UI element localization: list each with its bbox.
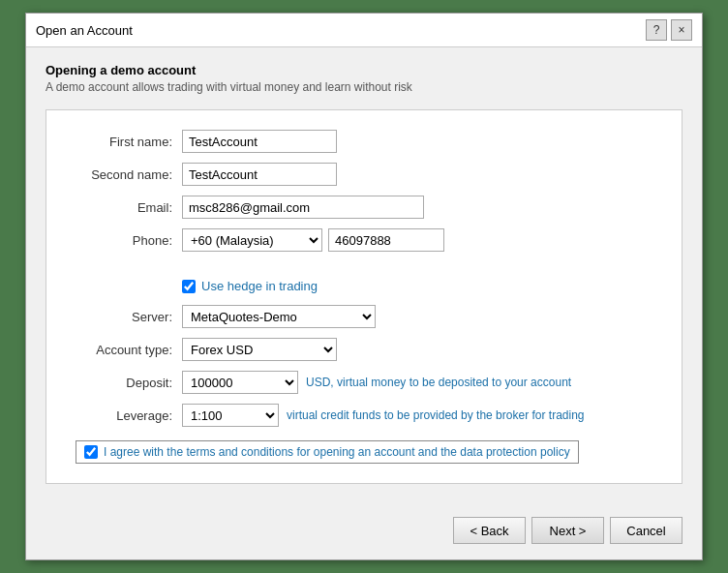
first-name-row: First name: bbox=[76, 130, 652, 153]
hedge-label[interactable]: Use hedge in trading bbox=[201, 279, 318, 293]
dialog-title: Open an Account bbox=[36, 23, 133, 38]
open-account-dialog: Open an Account ? × Opening a demo accou… bbox=[25, 13, 703, 560]
header-section: Opening a demo account A demo account al… bbox=[46, 63, 682, 94]
first-name-label: First name: bbox=[76, 135, 182, 149]
server-label: Server: bbox=[76, 310, 182, 324]
cancel-button[interactable]: Cancel bbox=[610, 517, 682, 544]
button-row: < Back Next > Cancel bbox=[26, 507, 702, 559]
close-button[interactable]: × bbox=[671, 19, 692, 41]
header-subtitle: A demo account allows trading with virtu… bbox=[46, 80, 682, 94]
phone-number-input[interactable] bbox=[328, 228, 444, 252]
header-title: Opening a demo account bbox=[46, 63, 682, 77]
leverage-row: Leverage: 1:100 virtual credit funds to … bbox=[76, 404, 652, 427]
hedge-checkbox[interactable] bbox=[182, 280, 196, 293]
terms-box: I agree with the terms and conditions fo… bbox=[76, 440, 579, 464]
title-bar: Open an Account ? × bbox=[26, 14, 702, 47]
account-type-row: Account type: Forex USD bbox=[76, 338, 652, 361]
form-section: First name: Second name: Email: Phone: +… bbox=[46, 109, 682, 484]
leverage-label: Leverage: bbox=[76, 408, 182, 423]
server-select[interactable]: MetaQuotes-Demo bbox=[182, 305, 376, 328]
terms-text: I agree with the terms and conditions fo… bbox=[104, 445, 570, 459]
terms-checkbox[interactable] bbox=[84, 445, 98, 459]
email-label: Email: bbox=[76, 200, 182, 215]
phone-label: Phone: bbox=[76, 233, 182, 248]
deposit-row: Deposit: 100000 USD, virtual money to be… bbox=[76, 371, 652, 394]
second-name-label: Second name: bbox=[76, 167, 182, 182]
phone-country-select[interactable]: +60 (Malaysia) bbox=[182, 228, 322, 252]
title-bar-right: ? × bbox=[646, 19, 692, 41]
next-button[interactable]: Next > bbox=[531, 517, 604, 544]
server-row: Server: MetaQuotes-Demo bbox=[76, 305, 652, 328]
deposit-info: USD, virtual money to be deposited to yo… bbox=[306, 376, 571, 389]
phone-row: Phone: +60 (Malaysia) bbox=[76, 228, 652, 252]
second-name-row: Second name: bbox=[76, 163, 652, 186]
account-type-label: Account type: bbox=[76, 343, 182, 357]
deposit-select[interactable]: 100000 bbox=[182, 371, 298, 394]
hedge-row: Use hedge in trading bbox=[182, 279, 652, 293]
leverage-select[interactable]: 1:100 bbox=[182, 404, 279, 427]
dialog-body: Opening a demo account A demo account al… bbox=[26, 47, 702, 507]
terms-row: I agree with the terms and conditions fo… bbox=[76, 440, 652, 464]
leverage-info: virtual credit funds to be provided by t… bbox=[287, 408, 585, 422]
account-type-select[interactable]: Forex USD bbox=[182, 338, 337, 361]
help-button[interactable]: ? bbox=[646, 19, 667, 41]
email-input[interactable] bbox=[182, 196, 424, 219]
back-button[interactable]: < Back bbox=[453, 517, 526, 544]
phone-group: +60 (Malaysia) bbox=[182, 228, 444, 252]
first-name-input[interactable] bbox=[182, 130, 337, 153]
email-row: Email: bbox=[76, 196, 652, 219]
second-name-input[interactable] bbox=[182, 163, 337, 186]
title-bar-left: Open an Account bbox=[36, 23, 133, 38]
deposit-label: Deposit: bbox=[76, 376, 182, 390]
